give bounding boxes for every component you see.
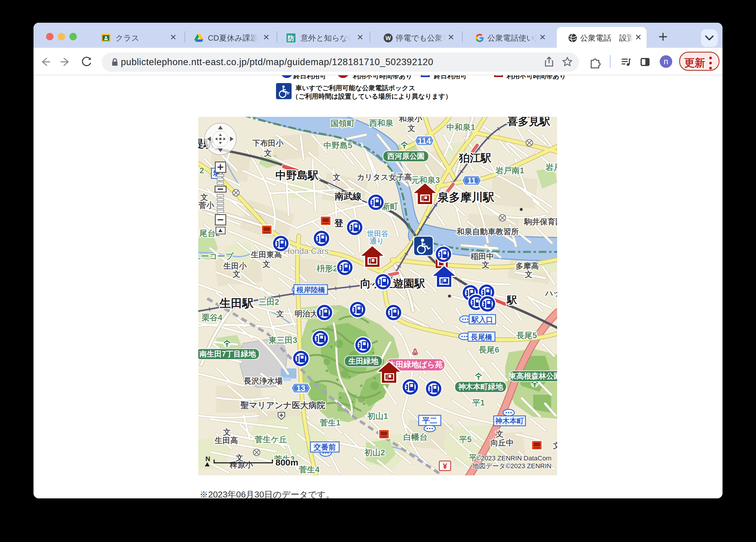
svg-text:11: 11 (467, 176, 476, 185)
svg-text:文: 文 (481, 260, 490, 269)
svg-text:中野島駅: 中野島駅 (275, 169, 319, 181)
svg-text:800m: 800m (275, 457, 298, 467)
svg-text:平1: 平1 (472, 398, 485, 407)
svg-text:向丘中: 向丘中 (490, 438, 514, 447)
svg-text:文: 文 (232, 270, 240, 278)
svg-text:ユーコープ: ユーコープ (198, 252, 234, 261)
svg-text:文: 文 (333, 173, 341, 182)
svg-text:文: 文 (553, 441, 557, 450)
svg-text:明治大: 明治大 (295, 309, 318, 318)
svg-text:岩戸: 岩戸 (545, 163, 557, 172)
svg-text:登: 登 (334, 218, 343, 228)
svg-text:平二: 平二 (422, 416, 437, 425)
svg-text:南武線: 南武線 (335, 191, 362, 201)
svg-text:東三田3: 東三田3 (268, 336, 297, 345)
svg-text:Honda Cars: Honda Cars (284, 247, 328, 256)
svg-text:栗谷4: 栗谷4 (202, 313, 222, 322)
svg-text:中野島5: 中野島5 (324, 141, 352, 150)
svg-text:菅生ケ丘: 菅生ケ丘 (254, 435, 287, 444)
svg-text:地図データ©2023 ZENRIN: 地図データ©2023 ZENRIN (472, 462, 551, 470)
svg-text:114: 114 (418, 137, 431, 146)
svg-text:菅生1: 菅生1 (319, 418, 340, 427)
svg-text:カリタス女子高: カリタス女子高 (357, 173, 412, 182)
svg-text:長尾5: 長尾5 (516, 331, 537, 340)
svg-text:文: 文 (525, 270, 533, 279)
svg-text:長尾6: 長尾6 (478, 345, 499, 354)
svg-text:N: N (205, 455, 210, 462)
svg-text:国領町: 国領町 (331, 119, 355, 128)
svg-text:©2023 ZENRIN DataCom: ©2023 ZENRIN DataCom (476, 454, 551, 462)
svg-text:13: 13 (296, 384, 305, 393)
svg-text:文: 文 (223, 427, 231, 436)
svg-text:多摩高: 多摩高 (516, 262, 539, 271)
svg-text:白幡台: 白幡台 (403, 433, 428, 442)
svg-text:東高根森林公園: 東高根森林公園 (509, 372, 557, 380)
svg-text:駅: 駅 (506, 294, 517, 306)
svg-text:向ヶ丘遊園駅: 向ヶ丘遊園駅 (360, 277, 426, 289)
svg-text:稲田中: 稲田中 (470, 252, 494, 261)
svg-text:平5: 平5 (459, 435, 472, 444)
svg-text:西河原公園: 西河原公園 (387, 152, 425, 160)
svg-text:和泉自動車教習所: 和泉自動車教習所 (456, 227, 519, 236)
svg-text:ハックドラッ: ハックドラッ (545, 288, 557, 297)
svg-text:文: 文 (262, 260, 270, 269)
svg-text:三田2: 三田2 (258, 297, 279, 306)
svg-text:防: 防 (288, 35, 294, 42)
svg-text:枡形2: 枡形2 (316, 264, 337, 273)
svg-text:根岸陸橋: 根岸陸橋 (296, 285, 325, 294)
svg-text:初山1: 初山1 (367, 412, 388, 421)
svg-text:狛江駅: 狛江駅 (459, 152, 492, 164)
svg-text:交番前: 交番前 (313, 443, 336, 451)
svg-text:長沢浄水場: 長沢浄水場 (243, 376, 283, 385)
svg-text:2: 2 (199, 166, 204, 175)
svg-text:生田駅: 生田駅 (219, 297, 254, 309)
svg-text:神木本町: 神木本町 (495, 417, 524, 425)
svg-text:文: 文 (235, 453, 243, 462)
svg-text:長尾橋: 長尾橋 (470, 333, 493, 341)
svg-text:岩戸南1: 岩戸南1 (495, 166, 524, 175)
svg-text:文: 文 (276, 309, 284, 318)
svg-text:文: 文 (407, 124, 415, 133)
svg-text:生田小: 生田小 (223, 262, 247, 271)
svg-text:東菅小: 東菅小 (198, 201, 214, 210)
svg-text:南生田7丁目緑地: 南生田7丁目緑地 (199, 349, 256, 358)
svg-text:聖マリアンナ医大病院: 聖マリアンナ医大病院 (240, 401, 325, 410)
svg-text:W: W (385, 35, 391, 41)
svg-text:生田緑地: 生田緑地 (348, 357, 379, 365)
svg-text:生田高: 生田高 (214, 436, 238, 445)
svg-text:文: 文 (264, 149, 272, 158)
svg-text:菅生4: 菅生4 (298, 465, 319, 474)
svg-text:文: 文 (200, 193, 208, 202)
svg-text:駒井保育園: 駒井保育園 (524, 217, 557, 226)
svg-text:神木本町緑地: 神木本町緑地 (458, 382, 503, 391)
svg-text:喜多見駅: 喜多見駅 (507, 117, 551, 127)
svg-text:和泉小: 和泉小 (399, 117, 423, 123)
svg-text:¥: ¥ (443, 462, 447, 471)
svg-text:泉多摩川駅: 泉多摩川駅 (437, 191, 495, 204)
svg-text:下布田小: 下布田小 (252, 139, 284, 148)
svg-text:中和泉1: 中和泉1 (446, 123, 475, 132)
svg-text:世田谷: 世田谷 (367, 230, 388, 238)
svg-text:文: 文 (496, 429, 504, 438)
svg-text:初山2: 初山2 (364, 448, 385, 457)
svg-text:通り: 通り (370, 237, 384, 245)
svg-text:西和泉: 西和泉 (369, 119, 394, 128)
svg-text:駅入口: 駅入口 (471, 315, 493, 323)
